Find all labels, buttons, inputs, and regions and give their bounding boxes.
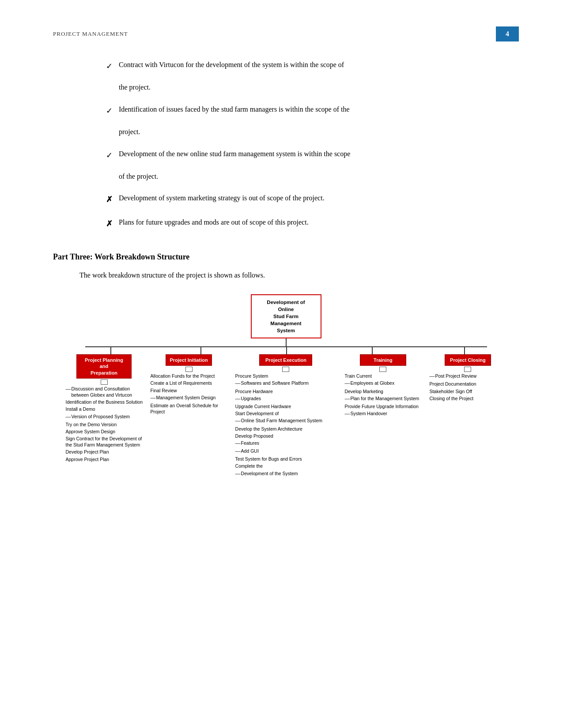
dash-icon: — bbox=[66, 413, 71, 420]
child-label: System Handover bbox=[350, 410, 387, 417]
check-icon-2: ✓ bbox=[106, 105, 113, 117]
wbs-col-3: Project Execution Procure System — Softw… bbox=[233, 354, 340, 478]
wbs-root-row: Development of OnlineStud Farm Managemen… bbox=[63, 294, 509, 338]
dash-icon: — bbox=[344, 395, 350, 402]
child-row: Install a Demo bbox=[66, 406, 145, 412]
dash-icon: — bbox=[344, 410, 350, 417]
wbs-col-1: Project Planning andPreparation — Discus… bbox=[63, 354, 145, 463]
child-label: Develop Proposed bbox=[235, 433, 273, 439]
child-label: Plan for the Management System bbox=[350, 395, 419, 402]
dash-icon: — bbox=[66, 386, 71, 393]
wbs-hline-row bbox=[85, 346, 487, 347]
child-row: Closing of the Project bbox=[429, 395, 509, 402]
child-row: Procure Hardware bbox=[235, 388, 340, 394]
wbs-columns-row: Project Planning andPreparation — Discus… bbox=[63, 354, 509, 478]
child-label: Employees at Globex bbox=[350, 380, 394, 386]
scope-bullet-list: ✓ Contract with Virtucon for the develop… bbox=[106, 59, 519, 230]
check-icon-1: ✓ bbox=[106, 60, 113, 73]
document-title: PROJECT MANAGEMENT bbox=[53, 30, 128, 38]
child-row: Train Current bbox=[344, 373, 424, 379]
child-row: Stakeholder Sign Off bbox=[429, 388, 509, 394]
bullet-text-3: Development of the new online stud farm … bbox=[119, 148, 519, 182]
child-label: Discussion and Consultation between Glob… bbox=[72, 386, 145, 398]
child-label: Train Current bbox=[344, 373, 371, 379]
child-row: Create a List of Requirements bbox=[151, 380, 230, 386]
dash-icon: — bbox=[429, 373, 435, 380]
child-row: Test System for Bugs and Errors bbox=[235, 456, 340, 462]
wbs-col5-children: — Post Project Review Project Documentat… bbox=[427, 373, 509, 402]
wbs-col2-children: Allocation Funds for the Project Create … bbox=[148, 373, 230, 416]
dash-icon: — bbox=[235, 417, 241, 424]
child-label: Development of the System bbox=[241, 470, 298, 477]
wbs-col3-header: Project Execution bbox=[259, 354, 312, 366]
x-icon-2: ✗ bbox=[106, 218, 113, 230]
wbs-col1-header: Project Planning andPreparation bbox=[76, 354, 132, 379]
child-row: — Online Stud Farm Management System bbox=[235, 417, 340, 424]
wbs-col-5: Project Closing — Post Project Review Pr… bbox=[427, 354, 509, 402]
child-label: Identification of the Business Solution bbox=[66, 399, 143, 405]
child-row: Develop Marketing bbox=[344, 388, 424, 394]
wbs-col4-header: Training bbox=[360, 354, 406, 366]
wbs-col2-header: Project Initiation bbox=[166, 354, 212, 366]
wbs-col5-sq bbox=[464, 367, 471, 372]
wbs-root-label: Development of OnlineStud Farm Managemen… bbox=[267, 300, 305, 333]
child-label: Post Project Review bbox=[435, 373, 476, 379]
child-label: Closing of the Project bbox=[429, 395, 473, 402]
child-label: Approve Project Plan bbox=[66, 456, 110, 462]
bullet-text-5: Plans for future upgrades and mods are o… bbox=[119, 217, 519, 228]
child-row: Provide Future Upgrade Information bbox=[344, 403, 424, 409]
dash-icon: — bbox=[235, 395, 241, 402]
child-label: Allocation Funds for the Project bbox=[151, 373, 215, 379]
child-row: Try on the Demo Version bbox=[66, 421, 145, 428]
wbs-col3-sq bbox=[282, 367, 289, 372]
child-row: Project Documentation bbox=[429, 381, 509, 387]
wbs-col1-children: — Discussion and Consultation between Gl… bbox=[63, 386, 145, 463]
child-label: Try on the Demo Version bbox=[66, 421, 117, 428]
wbs-col4-sq bbox=[379, 367, 386, 372]
child-label: Upgrade Current Hardware bbox=[235, 403, 291, 409]
child-row: — Development of the System bbox=[235, 470, 340, 477]
dash-icon: — bbox=[235, 380, 241, 387]
child-row: — Add GUI bbox=[235, 448, 340, 455]
child-label: Procure Hardware bbox=[235, 388, 273, 394]
child-label: Estimate an Overall Schedule for Project bbox=[151, 402, 230, 415]
child-row: — Features bbox=[235, 440, 340, 447]
child-row: — Post Project Review bbox=[429, 373, 509, 380]
child-label: Version of Proposed System bbox=[72, 413, 130, 420]
child-label: Stakeholder Sign Off bbox=[429, 388, 472, 394]
dash-icon: — bbox=[235, 448, 241, 455]
child-label: Online Stud Farm Management System bbox=[241, 417, 322, 424]
wbs-diagram: Development of OnlineStud Farm Managemen… bbox=[63, 294, 509, 478]
section-intro: The work breakdown structure of the proj… bbox=[79, 270, 519, 281]
child-label: Develop the System Architecture bbox=[235, 426, 302, 432]
wbs-root-node: Development of OnlineStud Farm Managemen… bbox=[251, 294, 321, 338]
child-label: Test System for Bugs and Errors bbox=[235, 456, 302, 462]
child-label: Procure System bbox=[235, 373, 268, 379]
x-icon-1: ✗ bbox=[106, 193, 113, 206]
page-header: PROJECT MANAGEMENT 4 bbox=[53, 26, 519, 41]
child-row: — Version of Proposed System bbox=[66, 413, 145, 420]
check-icon-3: ✓ bbox=[106, 149, 113, 162]
child-label: Develop Project Plan bbox=[66, 449, 109, 455]
dash-icon: — bbox=[235, 470, 241, 477]
child-row: Approve System Design bbox=[66, 428, 145, 435]
wbs-col-2: Project Initiation Allocation Funds for … bbox=[148, 354, 230, 416]
child-row: Complete the bbox=[235, 463, 340, 469]
child-label: Softwares and Software Platform bbox=[241, 380, 309, 386]
child-row: Identification of the Business Solution bbox=[66, 399, 145, 405]
bullet-item-2: ✓ Identification of issues faced by the … bbox=[106, 104, 519, 138]
wbs-col5-header: Project Closing bbox=[445, 354, 491, 366]
child-row: Procure System bbox=[235, 373, 340, 379]
child-label: Management System Design bbox=[156, 394, 216, 401]
bullet-text-4: Development of system marketing strategy… bbox=[119, 192, 519, 204]
child-label: Provide Future Upgrade Information bbox=[344, 403, 419, 409]
child-row: — Management System Design bbox=[151, 394, 230, 402]
wbs-container: Development of OnlineStud Farm Managemen… bbox=[53, 294, 519, 478]
bullet-item-3: ✓ Development of the new online stud far… bbox=[106, 148, 519, 182]
dash-icon: — bbox=[235, 440, 241, 447]
child-row: — Softwares and Software Platform bbox=[235, 380, 340, 387]
child-label: Create a List of Requirements bbox=[151, 380, 212, 386]
child-row: Upgrade Current Hardware bbox=[235, 403, 340, 409]
child-row: Develop the System Architecture bbox=[235, 426, 340, 432]
child-label: Upgrades bbox=[241, 395, 261, 402]
